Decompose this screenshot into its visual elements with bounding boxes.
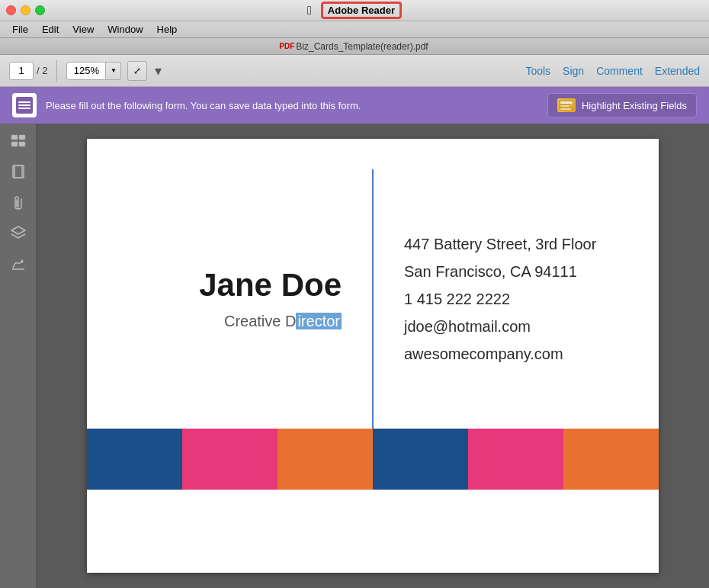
layers-icon [10,225,27,242]
color-block-2 [182,429,278,490]
sidebar-attachments[interactable] [6,191,30,215]
pdf-file-icon: PDF [281,40,293,53]
biz-card-right: 447 Battery Street, 3rd Floor San Franci… [374,169,628,429]
menu-bar: File Edit View Window Help [0,21,709,38]
apple-menu:  Adobe Reader [307,2,402,19]
close-button[interactable] [6,5,16,15]
sign-button[interactable]: Sign [563,65,584,77]
nav-arrow-down[interactable]: ▾ [155,63,162,79]
biz-card-left: Jane Doe Creative Director [117,169,374,429]
page-number-input[interactable]: 1 [9,62,34,80]
biz-card-website: awesomecompany.com [404,343,628,365]
biz-card-content: Jane Doe Creative Director 447 Battery S… [87,139,659,429]
color-block-5 [468,429,563,490]
menu-edit[interactable]: Edit [36,23,65,36]
svg-rect-6 [19,135,25,140]
biz-card-address2: San Francisco, CA 94111 [404,261,628,282]
form-notification-icon [12,93,37,117]
form-icon-line-3 [18,108,30,109]
minimize-button[interactable] [21,5,30,15]
pdf-page: Jane Doe Creative Director 447 Battery S… [87,139,659,573]
main-area: Jane Doe Creative Director 447 Battery S… [0,124,709,588]
zoom-control: ▼ [66,62,121,80]
color-blocks [87,429,659,490]
form-icon-inner [16,97,33,114]
biz-card-address1: 447 Battery Street, 3rd Floor [404,233,628,255]
sidebar-layers[interactable] [6,221,30,246]
window-title-bar: PDF Biz_Cards_Template(reader).pdf [0,38,709,55]
title-bar:  Adobe Reader [0,0,709,21]
menu-file[interactable]: File [6,23,34,36]
pdf-viewport[interactable]: Jane Doe Creative Director 447 Battery S… [37,124,709,588]
thumbnails-icon [10,133,27,150]
zoom-dropdown-button[interactable]: ▼ [106,62,121,80]
apple-icon[interactable]:  [307,4,312,18]
fit-page-button[interactable]: ⤢ [127,61,147,81]
page-navigation: 1 / 2 [9,62,47,80]
sidebar-thumbnails[interactable] [6,130,30,154]
svg-rect-2 [560,105,569,107]
form-icon-line-2 [18,104,30,106]
pages-icon [10,164,27,181]
highlight-fields-button[interactable]: Highlight Existing Fields [547,93,697,117]
biz-card-name: Jane Doe [199,268,342,303]
svg-rect-7 [11,142,18,146]
highlight-btn-icon [557,98,576,112]
attachments-icon [10,194,27,211]
title-text-highlight: irector [296,313,342,329]
svg-rect-3 [560,108,571,110]
traffic-lights [6,5,45,15]
highlight-fields-label: Highlight Existing Fields [582,100,687,111]
form-icon-line-1 [18,101,30,103]
color-block-1 [87,429,182,490]
form-notification-bar: Please fill out the following form. You … [0,87,709,124]
extended-button[interactable]: Extended [655,65,700,77]
svg-rect-1 [560,101,573,104]
pdf-filename: Biz_Cards_Template(reader).pdf [296,41,428,52]
color-block-6 [563,429,659,490]
page-total-label: / 2 [37,65,47,76]
sidebar-pages[interactable] [6,160,30,185]
svg-marker-11 [11,227,25,234]
biz-card-title: Creative Director [224,313,342,330]
svg-rect-5 [11,135,18,140]
menu-window[interactable]: Window [101,23,149,36]
app-name-label[interactable]: Adobe Reader [321,2,402,19]
sidebar-signature[interactable] [6,252,30,276]
highlight-icon-svg [559,100,574,111]
toolbar-right: Tools Sign Comment Extended [525,65,700,77]
separator-1 [56,60,57,82]
signature-icon [10,255,27,272]
color-block-4 [373,429,468,490]
form-notification-text: Please fill out the following form. You … [46,100,538,111]
zoom-input[interactable] [66,62,106,80]
svg-rect-8 [19,142,25,146]
comment-button[interactable]: Comment [596,65,643,77]
menu-view[interactable]: View [66,23,100,36]
title-text-before: Creative D [224,313,296,329]
menu-help[interactable]: Help [151,23,184,36]
color-block-3 [278,429,373,490]
sidebar [0,124,37,588]
toolbar: 1 / 2 ▼ ⤢ ▾ Tools Sign Comment Extended [0,55,709,87]
tools-button[interactable]: Tools [525,65,550,77]
maximize-button[interactable] [35,5,45,15]
biz-card-phone: 1 415 222 2222 [404,288,628,310]
biz-card-email: jdoe@hotmail.com [404,316,628,337]
